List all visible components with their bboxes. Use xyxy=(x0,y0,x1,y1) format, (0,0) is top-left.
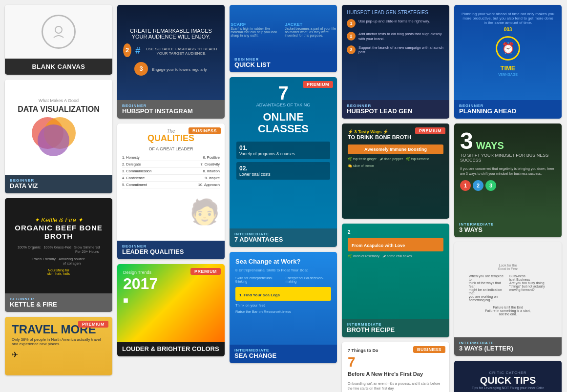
card-7-advantages[interactable]: PREMIUM 7 ADVANTAGES OF TAKING ONLINE CL… xyxy=(230,77,337,247)
louder-title: LOUDER & BRIGHTER COLORS xyxy=(122,346,220,353)
card-planning-ahead[interactable]: Planning your work ahead of time not onl… xyxy=(454,5,562,119)
seachange-col1: Skills for entrepreneurial thinking xyxy=(235,276,282,283)
threewaysl-title: 3 WAYS (LETTER) xyxy=(459,345,557,352)
louder-badge: PREMIUM xyxy=(190,268,221,275)
spice-3: 🌿 tsp turmeric xyxy=(406,157,429,161)
seachange-cols: Skills for entrepreneurial thinking Entr… xyxy=(235,276,331,283)
sevenadv-main-title: ONLINE CLASSES xyxy=(236,111,330,135)
planning-top-text: Planning your work ahead of time not onl… xyxy=(461,12,555,25)
card-quick-list-content: SCARF Scarf is high in rubber-likemateri… xyxy=(230,5,337,72)
leader-row-3: 3. Communication8. Intuition xyxy=(122,169,220,175)
lrow-r3: 8. Intuition xyxy=(203,169,220,173)
card-hubspot-ig[interactable]: CREATE REMARKABLE IMAGES YOUR AUDIENCE W… xyxy=(117,5,225,119)
lrow-l2: 2. Delegate xyxy=(122,162,141,166)
tl-mid: When you are tempted tothink of the ways… xyxy=(469,274,547,302)
planning-venngage: VENNGAGE xyxy=(461,73,555,76)
new-hire-badge: BUSINESS xyxy=(413,346,445,353)
threewaysl-visual: Look for theGood in Fear When you are te… xyxy=(454,242,562,337)
card-quick-list[interactable]: SCARF Scarf is high in rubber-likemateri… xyxy=(230,5,337,72)
broth-spice-2: 🌶 some chili flakes xyxy=(382,254,412,258)
blank-canvas-visual xyxy=(5,5,112,59)
seachange-main-title: Sea Change at Work? xyxy=(235,258,331,266)
lrow-r2: 7. Creativity xyxy=(200,162,220,166)
leader-title: LEADER QUALITIES xyxy=(122,248,220,256)
hubspot-lg-headline: HUBSPOT LEAD GEN STRATEGIES xyxy=(347,10,444,15)
ig-step2-text: USE SUITABLE HASHTAGS TO REACH YOUR TARG… xyxy=(144,47,219,56)
seachange-step1: 1. Find Your Sea Legs xyxy=(235,287,331,301)
ig-step-2: 2 # USE SUITABLE HASHTAGS TO REACH YOUR … xyxy=(123,43,219,59)
broth-recipe-title: BROTH RECIPE xyxy=(347,327,444,334)
leader-row-1: 1. Honesty6. Positive xyxy=(122,155,220,161)
kettle-label: BEGINNER KETTLE & FIRE xyxy=(5,293,112,312)
lg-steptext-3: Support the launch of a new campaign wit… xyxy=(358,45,444,55)
lg-stepnum-3: 3 xyxy=(347,45,356,54)
leader-silhouette: 🧑 xyxy=(189,198,220,226)
blank-canvas-icon xyxy=(42,15,76,49)
kettle-feat-5: Amazing sourceof collagen xyxy=(59,257,85,266)
seachange-step1-sub: Think on your feet xyxy=(235,303,331,308)
planning-clock: ⏰ xyxy=(496,36,520,61)
card-new-hire[interactable]: BUSINESS 7 Things to Do 7 Before A New H… xyxy=(342,342,449,392)
venn-circle-3 xyxy=(38,124,69,156)
lg-stepnum-2: 2 xyxy=(347,32,356,41)
travel-icons: ✈ xyxy=(12,350,105,359)
card-broth-recipe[interactable]: 2 From Acapulco with Love 🌿 dash of rose… xyxy=(342,224,449,337)
jacket-item: JACKET Jacket becomes a part of your lif… xyxy=(285,22,336,37)
card-quick-tips[interactable]: Critic Catcher QUICK TIPS Tips for Lever… xyxy=(454,361,562,392)
column-5: Planning your work ahead of time not onl… xyxy=(454,5,562,392)
planning-time-label: TIME xyxy=(461,64,555,72)
sevenadv-step-02: 02. Lower total costs xyxy=(236,162,330,180)
seachange-step2: Raise the Bar on Resourcefulness xyxy=(235,309,331,314)
threeways-num: 3 xyxy=(460,129,473,153)
card-louder-content: Design Trends 2017 ■ LOUDER & BRIGHTER C… xyxy=(117,264,225,356)
card-kettle-fire-content: ✦ Kettle & Fire ✦ ORGANIC BEEF BONE BROT… xyxy=(5,198,112,312)
planning-003: 003 xyxy=(461,27,555,32)
sevenadv-steps: 01. Variety of programs & courses 02. Lo… xyxy=(236,142,330,180)
bonebroth-spices: 🌿 tsp fresh ginger 🌶 dash pepper 🌿 tsp t… xyxy=(348,157,443,168)
card-bone-broth[interactable]: PREMIUM ⚡ 3 Tasty Ways ⚡ TO DRINK BONE B… xyxy=(342,124,449,219)
data-viz-visual: What Makes A Good DATA VISUALIZATION xyxy=(5,80,112,175)
broth-spice-1: 🌿 dash of rosemary xyxy=(348,254,379,258)
bonebroth-visual: ⚡ 3 Tasty Ways ⚡ TO DRINK BONE BROTH Awe… xyxy=(342,124,449,219)
planning-visual: Planning your work ahead of time not onl… xyxy=(454,5,562,100)
hubspot-lg-title: HUBSPOT LEAD GEN xyxy=(347,108,444,115)
sevenadv-subtext: ADVANTAGES OF TAKING xyxy=(256,103,310,107)
card-3-ways-letter[interactable]: Look for theGood in Fear When you are te… xyxy=(454,242,562,356)
card-sea-change[interactable]: Sea Change at Work? 8 Entrepreneurial Sk… xyxy=(230,252,337,363)
card-3-ways[interactable]: 3 WAYS TO SHIFT YOUR MINDSET FOR BUSINES… xyxy=(454,124,562,237)
threeways-sub: TO SHIFT YOUR MINDSET FOR BUSINESS SUCCE… xyxy=(460,153,556,163)
seachange-col2: Entrepreneurial decision-making xyxy=(286,276,331,283)
card-blank-canvas[interactable]: BLANK CANVAS xyxy=(5,5,112,75)
broth-recipe-num: 2 xyxy=(348,229,443,235)
lrow-l3: 3. Communication xyxy=(122,169,151,173)
planning-title: PLANNING AHEAD xyxy=(459,108,557,115)
spice-2: 🌶 dash pepper xyxy=(379,157,403,161)
card-data-viz[interactable]: What Makes A Good DATA VISUALIZATION BEG… xyxy=(5,80,112,193)
lrow-l5: 5. Commitment xyxy=(122,183,147,187)
hubspot-lg-label: BEGINNER HUBSPOT LEAD GEN xyxy=(342,100,449,119)
card-leader-qualities[interactable]: BUSINESS The QUALITIES OF A GREAT LEADER… xyxy=(117,124,225,259)
lg-step-2: 2 Add anchor texts to old blog posts tha… xyxy=(347,32,444,41)
threeways-visual: 3 WAYS TO SHIFT YOUR MINDSET FOR BUSINES… xyxy=(454,124,562,219)
card-hubspot-lg[interactable]: HUBSPOT LEAD GEN STRATEGIES 1 Use pop-up… xyxy=(342,5,449,119)
dataviz-main-title: DATA VISUALIZATION xyxy=(18,105,99,114)
column-2: CREATE REMARKABLE IMAGES YOUR AUDIENCE W… xyxy=(117,5,225,392)
leader-row-4: 4. Confidence9. Inspire xyxy=(122,176,220,182)
lrow-r5: 10. Approach xyxy=(198,183,220,187)
card-louder-brighter[interactable]: PREMIUM Design Trends 2017 ■ LOUDER & BR… xyxy=(117,264,225,356)
card-travel-more[interactable]: PREMIUM TRAVEL MORE Only 38% of people i… xyxy=(5,317,112,375)
sevenadv-step-01: 01. Variety of programs & courses xyxy=(236,142,330,159)
ig-headline: CREATE REMARKABLE IMAGES YOUR AUDIENCE W… xyxy=(123,28,219,40)
quicktips-brand: Critic Catcher xyxy=(489,371,527,375)
lrow-r4: 9. Inspire xyxy=(205,176,220,180)
lrow-r1: 6. Positive xyxy=(203,155,220,160)
sevenadv-label: INTERMEDIATE 7 ADVANTAGES xyxy=(230,228,337,247)
card-7adv-content: 7 ADVANTAGES OF TAKING ONLINE CLASSES 01… xyxy=(230,77,337,247)
card-data-viz-content: What Makes A Good DATA VISUALIZATION BEG… xyxy=(5,80,112,193)
card-kettle-fire[interactable]: ✦ Kettle & Fire ✦ ORGANIC BEEF BONE BROT… xyxy=(5,198,112,312)
venn-diagram xyxy=(29,117,88,156)
bonebroth-immune: Awesomely Immune Boosting xyxy=(348,144,443,154)
seachange-title: SEA CHANGE xyxy=(234,352,332,360)
hubspot-lg-visual: HUBSPOT LEAD GEN STRATEGIES 1 Use pop-up… xyxy=(342,5,449,100)
circle-2: 2 xyxy=(473,180,483,191)
